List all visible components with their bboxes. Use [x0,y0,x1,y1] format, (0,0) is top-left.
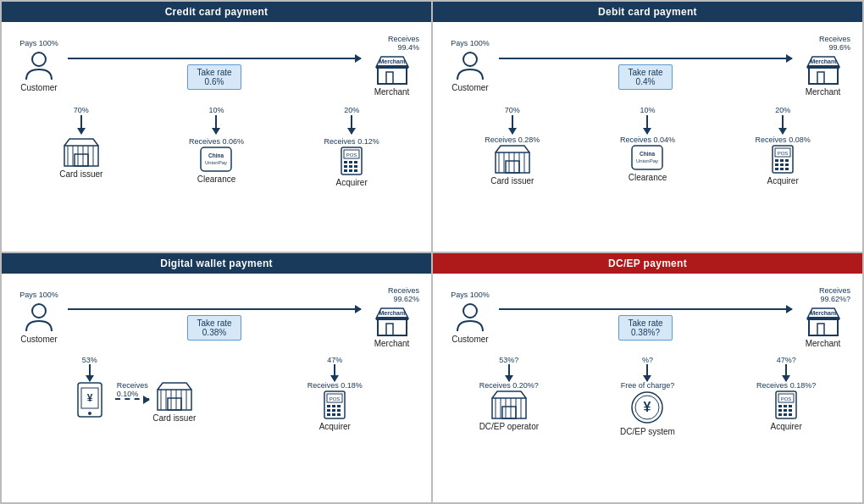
svg-rect-22 [349,165,352,168]
svg-text:POS: POS [346,152,357,158]
svg-text:Merchant: Merchant [810,310,837,316]
svg-text:POS: POS [781,396,792,402]
svg-rect-83 [337,413,341,416]
quadrant-debit-card: Debit card payment Pays 100% Customer Ta… [432,1,863,252]
svg-rect-59 [376,317,408,320]
svg-rect-2 [386,72,393,84]
svg-text:POS: POS [778,151,789,156]
svg-rect-110 [784,413,787,416]
debit-card-title: Debit card payment [433,2,862,22]
svg-rect-49 [775,163,778,166]
svg-point-64 [88,412,91,415]
svg-rect-48 [785,159,789,162]
svg-rect-1 [378,67,407,84]
svg-rect-25 [349,169,352,172]
quadrant-dcep: DC/EP payment Pays 100% Customer Take ra… [432,252,863,504]
svg-rect-104 [784,405,787,407]
svg-rect-106 [778,409,782,412]
svg-rect-41 [632,146,662,169]
svg-text:UnionPay: UnionPay [636,158,658,163]
svg-rect-40 [506,161,519,173]
digital-wallet-title: Digital wallet payment [2,253,431,274]
take-rate-q1: Take rate 0.6% [187,64,241,90]
take-rate-q3: Take rate 0.38% [187,315,241,341]
svg-rect-19 [349,161,352,163]
svg-rect-108 [789,409,792,412]
svg-rect-51 [785,163,789,166]
svg-rect-24 [344,169,347,172]
svg-rect-78 [327,409,330,412]
svg-rect-20 [354,161,357,163]
svg-rect-88 [807,317,839,320]
svg-text:POS: POS [330,396,341,402]
svg-rect-29 [809,67,838,84]
svg-point-56 [32,304,46,318]
take-rate-q2: Take rate 0.4% [618,64,672,90]
svg-rect-23 [354,165,357,168]
customer-icon-q3: Pays 100% Customer [14,291,64,344]
merchant-icon-q1: Receives 99.4% Merchant Merchant [364,35,419,97]
svg-text:UnionPay: UnionPay [205,160,227,165]
customer-icon-q4: Pays 100% Customer [445,291,496,344]
svg-rect-54 [785,168,789,170]
credit-card-title: Credit card payment [2,2,431,22]
svg-text:Merchant: Merchant [379,310,406,316]
quadrant-digital-wallet: Digital wallet payment Pays 100% Custome… [1,252,432,504]
dcep-title: DC/EP payment [433,253,862,274]
merchant-icon-q2: Receives 99.6% Merchant Merchant [795,35,850,97]
svg-rect-107 [784,409,787,412]
svg-rect-47 [780,159,784,162]
svg-point-0 [32,53,46,66]
svg-text:Merchant: Merchant [379,58,406,64]
merchant-icon-q4: Receives 99.62%? Merchant Merchant [795,286,850,348]
svg-rect-111 [789,413,792,416]
svg-rect-31 [807,65,839,69]
svg-text:¥: ¥ [644,400,651,414]
svg-rect-76 [332,405,335,407]
svg-rect-46 [775,159,778,162]
merchant-icon-q3: Receives 99.62% Merchant Merchant [364,286,419,348]
svg-rect-13 [201,147,231,171]
svg-rect-12 [75,154,88,166]
svg-point-28 [463,53,477,66]
customer-icon-q2: Pays 100% Customer [445,39,496,92]
svg-rect-26 [354,169,357,172]
svg-rect-77 [337,405,341,407]
svg-rect-21 [344,165,347,168]
svg-rect-72 [168,398,181,410]
svg-rect-57 [378,318,407,335]
svg-rect-79 [332,409,335,412]
svg-text:¥: ¥ [86,392,92,404]
svg-text:China: China [208,152,224,158]
svg-rect-75 [327,405,330,407]
svg-text:Merchant: Merchant [810,58,837,64]
svg-rect-50 [780,163,784,166]
take-rate-q4: Take rate 0.38%? [618,315,672,341]
quadrant-credit-card: Credit card payment Pays 100% Customer T… [1,1,432,252]
svg-rect-87 [817,324,824,335]
svg-point-85 [463,304,477,318]
svg-rect-3 [376,65,408,69]
svg-rect-80 [337,409,341,412]
svg-rect-103 [778,405,782,407]
svg-rect-58 [386,324,393,335]
svg-rect-86 [809,318,838,335]
svg-rect-53 [780,168,784,170]
svg-rect-105 [789,405,792,407]
svg-text:China: China [640,151,655,157]
svg-rect-81 [327,413,330,416]
svg-rect-97 [502,407,516,418]
customer-icon-q1: Pays 100% Customer [14,39,64,92]
svg-rect-52 [775,168,778,170]
svg-rect-109 [778,413,782,416]
svg-rect-82 [332,413,335,416]
svg-rect-30 [817,72,824,84]
svg-rect-18 [344,161,347,163]
